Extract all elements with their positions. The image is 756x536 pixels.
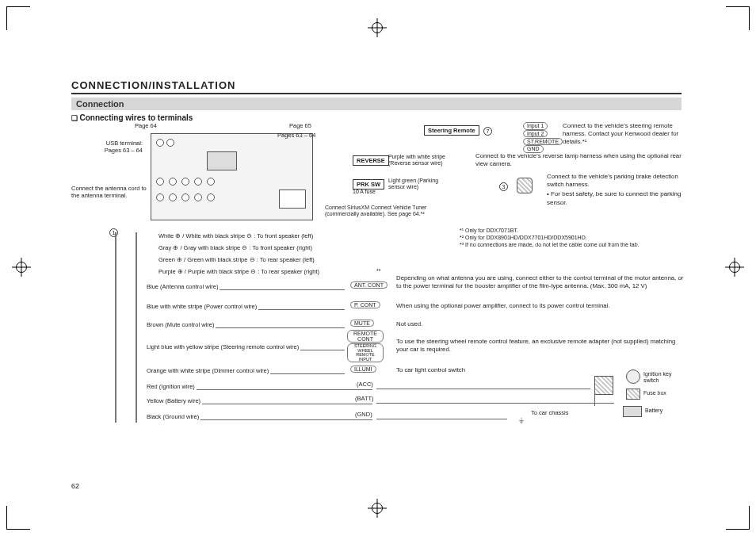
footnotes: *¹ Only for DDX7071BT. *² Only for DDX89…	[460, 227, 685, 248]
prk-wire-note: Light green (Parking sensor wire)	[388, 178, 452, 191]
section-title-bar: CONNECTION/INSTALLATION	[71, 79, 682, 94]
pcont-explain: When using the optional power amplifier,…	[396, 302, 685, 310]
input1-tag: Input 1	[523, 122, 548, 130]
batt-wire: Yellow (Battery wire)	[147, 397, 202, 404]
gnd-tag: (GND)	[355, 411, 372, 418]
prk-connector-icon	[517, 178, 533, 193]
antenna-note: Connect the antenna cord to the antenna …	[71, 185, 147, 200]
ignition-key-icon	[626, 369, 640, 384]
circle-3: 3	[499, 182, 508, 191]
fuse-box-2-icon	[626, 389, 640, 400]
ground-symbol-icon: ⏚	[515, 415, 528, 424]
ant-explain: Depending on what antenna you are using,…	[396, 274, 685, 290]
ignition-label: Ignition key switch	[643, 371, 682, 385]
remote-cont-tag: REMOTE CONT	[347, 330, 384, 343]
page-number: 62	[71, 482, 79, 490]
acc-wire: Red (Ignition wire)	[147, 383, 197, 390]
wiring-diagram: Page 64 Page 65 Pages 63 – 64 USB termin…	[71, 125, 682, 474]
speaker-front-left: White ⊕ / White with black stripe ⊖ : To…	[158, 232, 313, 239]
reverse-note: Connect to the vehicle's reverse lamp ha…	[475, 152, 685, 168]
illumi-wire: Orange with white stripe (Dimmer control…	[147, 367, 270, 374]
illumi-tag: ILLUMI	[350, 366, 376, 373]
siriusxm-note: Connect SiriusXM Connect Vehicle Tuner (…	[325, 205, 460, 218]
gnd-wire: Black (Ground wire)	[147, 413, 200, 420]
acc-tag: (ACC)	[357, 381, 373, 388]
speaker-rear-right: Purple ⊕ / Purple with black stripe ⊖ : …	[158, 268, 319, 275]
input2-tag: Input 2	[523, 130, 548, 138]
illumi-explain: To car light control switch	[396, 366, 465, 374]
prk-fuse: 10 A fuse	[353, 189, 376, 195]
ref-page64: Page 64	[135, 122, 157, 129]
steering-explain: To use the steering wheel remote control…	[396, 338, 685, 354]
battery-label: Battery	[645, 408, 662, 414]
mute-explain: Not used.	[396, 320, 685, 328]
steering-note: Connect to the vehicle's steering remote…	[563, 122, 685, 146]
battery-icon	[623, 406, 642, 417]
ant-cont-tag: ANT. CONT	[350, 281, 388, 289]
subsection-bar: Connection	[71, 98, 682, 110]
ref-pages63-64: Pages 63 – 64	[277, 132, 315, 139]
subsubsection-title: Connecting wires to terminals	[71, 113, 682, 122]
usb-terminal-label: USB terminal: Pages 63 – 64	[95, 140, 143, 155]
fuse-box-label: Fuse box	[643, 390, 666, 396]
parking-note: Connect to the vehicle's parking brake d…	[547, 173, 685, 207]
fuse-box-icon	[594, 376, 613, 395]
steering-input-tag: STEERING WHEEL REMOTE INPUT	[347, 343, 384, 362]
mute-wire: Brown (Mute control wire)	[147, 321, 216, 328]
batt-tag: (BATT)	[355, 395, 374, 402]
speaker-rear-left: Green ⊕ / Green with black stripe ⊖ : To…	[158, 256, 315, 263]
circle-7: 7	[483, 127, 492, 136]
reverse-tag: REVERSE	[353, 155, 389, 166]
ref-page65: Page 65	[289, 122, 311, 129]
steering-wire: Light blue with yellow stripe (Steering …	[147, 343, 300, 350]
harness-bundle-icon	[115, 232, 137, 423]
head-unit-box	[151, 133, 313, 220]
p-cont-wire: Blue with white stripe (Power control wi…	[147, 303, 258, 310]
section-title: CONNECTION/INSTALLATION	[71, 79, 235, 91]
reverse-wire-note: Purple with white stripe (Reverse sensor…	[388, 154, 468, 167]
ant-cont-wire: Blue (Antenna control wire)	[147, 283, 220, 290]
stremote-tag: ST.REMOTE	[523, 138, 563, 146]
subsection-title: Connection	[76, 99, 124, 109]
mute-tag: MUTE	[350, 320, 374, 327]
speaker-front-right: Gray ⊕ / Gray with black stripe ⊖ : To f…	[158, 244, 312, 251]
steering-remote-tag: Steering Remote	[424, 125, 479, 136]
p-cont-tag: P. CONT	[350, 301, 380, 308]
chassis-label: To car chassis	[531, 409, 569, 416]
footnote3-marker: *³	[376, 268, 380, 274]
